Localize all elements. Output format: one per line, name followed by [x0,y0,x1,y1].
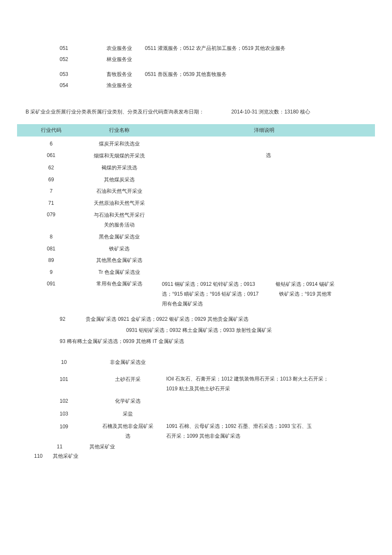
row-name: 煤炭开采和洗选业 [85,139,153,149]
header-name: 行业名称 [85,127,153,134]
freeform-line: 92 贵金属矿采选 0921 金矿采选；0922 银矿采选；0929 其他贵金属… [60,314,375,325]
row-desc: 1091 石棉、云母矿采选；1092 石墨、滑石采选；1093 宝石、玉 石开采… [162,421,375,441]
row-code: 061 [17,151,85,160]
row-name: 土砂石开采 [94,374,162,384]
row-name: 采盐 [94,409,162,419]
row-name: 黑色金属矿采选业 [85,232,153,242]
row-name: 化学矿采选 [94,396,162,406]
row-name: Tr 色金属矿采选业 [85,268,153,277]
last-row: 11 110 其他采矿业 其他采矿业 [34,442,375,461]
freeform-line: 0931 铝铝矿采选；0932 稀土金属矿采选；0933 放射性金属矿采 [60,325,375,336]
row-name: 常用有色金属矿采选 [85,279,153,289]
row-name: 渔业服务业 [94,80,145,91]
row-code: 71 [17,199,85,208]
row-code: 103 [17,409,94,419]
industry-table: 行业代码 行业名称 洋细说明 6 煤炭开采和洗选业 061 烟煤和无烟煤的开采洗… [17,124,375,347]
last-code-top: 11 [34,442,85,452]
row-desc: 0511 灌溉服务；0512 农产品初加工服务；0519 其他农业服务 [145,43,375,54]
row-code: 10 [17,357,94,367]
row-desc: 选 [153,151,375,160]
row-code: 7 [17,187,85,196]
row-code: 079 [17,210,85,220]
row-code: 102 [17,396,94,406]
row-name: 与石油和天然气开采行 关的服务活动 [85,210,153,230]
row-code: 091 [17,279,85,289]
row-code: 054 [60,80,94,91]
title-text: B 采矿业企业所展行业分类表所属行业类别、分类及行业代码查询表发布日期： [26,109,204,115]
row-code: 62 [17,163,85,173]
freeform-rows: 92 贵金属矿采选 0921 金矿采选；0922 银矿采选；0929 其他贵金属… [60,314,375,347]
row-code: 8 [17,232,85,242]
row-desc: 0911 铜矿采选；0912 铅锌矿采选；0913 银钴矿采选；0914 锡矿采… [153,279,375,308]
row-name: 其他煤炭采选 [85,175,153,185]
row-code: 69 [17,175,85,185]
row-name: 非金属矿采选业 [94,357,162,367]
row-code: 081 [17,244,85,254]
row-name: 林业服务业 [94,54,145,65]
table-row: 061 烟煤和无烟煤的开采洗 选 [17,150,375,162]
row-code: 051 [60,43,94,54]
row-code: 053 [60,69,94,80]
row-desc: IOil 石灰石、石膏开采；1012 建筑装饰用石开采；1013 耐火土石开采；… [162,374,375,394]
last-right: 其他采矿业 [89,442,115,461]
last-left: 11 110 其他采矿业 [34,442,85,461]
row-name: 畜牧股务业 [94,69,145,80]
table-row: 8 黑色金属矿采选业 [17,231,375,243]
table-header: 行业代码 行业名称 洋细说明 [17,124,375,137]
table-row: 62 褐煤的开采洗选 [17,162,375,174]
table-row: 051 农业服务业 0511 灌溉服务；0512 农产品初加工服务；0519 其… [60,43,375,54]
row-code: 9 [17,268,85,277]
table-row: 102 化学矿采选 [17,395,375,407]
row-name: 烟煤和无烟煤的开采洗 [85,151,153,161]
table-row: 9 Tr 色金属矿采选业 [17,267,375,279]
row-code: 89 [17,256,85,265]
row-code: 101 [17,374,94,384]
table-row: 89 其他黑色金属矿采选 [17,255,375,267]
table-row: 054 渔业服务业 [60,80,375,91]
row-code: 6 [17,139,85,149]
row-code: 109 [17,421,94,432]
title-date: 2014-10-31 浏览次数：13180 核心 [231,109,310,115]
bottom-table: 10 非金属矿采选业 101 土砂石开采 IOil 石灰石、石膏开采；1012 … [17,356,375,461]
row-name: 农业服务业 [94,43,145,54]
table-row: 091 常用有色金属矿采选 0911 铜矿采选；0912 铅锌矿采选；0913 … [17,278,375,310]
header-code: 行业代码 [17,127,85,134]
table-row: 109 石楠及其他非金屈矿采 选 1091 石棉、云母矿采选；1092 石墨、滑… [17,420,375,442]
table-row: 079 与石油和天然气开采行 关的服务活动 [17,209,375,231]
table-body: 6 煤炭开采和洗选业 061 烟煤和无烟煤的开采洗 选 62 褐煤的开采洗选 6… [17,138,375,310]
row-code: 052 [60,54,94,65]
table-row: 081 铁矿采选 [17,243,375,255]
row-name: 天然原油和天然气开采 [85,199,153,208]
table-row: 6 煤炭开采和洗选业 [17,138,375,150]
table-row: 052 林业服务业 [60,54,375,65]
row-name: 褐煤的开采洗选 [85,163,153,173]
top-services-table: 051 农业服务业 0511 灌溉服务；0512 农产品初加工服务；0519 其… [60,43,375,91]
table-row: 71 天然原油和天然气开采 [17,198,375,209]
freeform-line: 93 稀有稀土金属矿采选选；0939 其他稀 IT 金属矿采选 [60,336,375,347]
last-name: 其他采矿业 [89,442,115,452]
table-row: 103 采盐 [17,407,375,420]
row-desc: 0531 兽医服务；0539 其他畜牧服务 [145,69,375,80]
last-code-bottom: 110 其他采矿业 [34,452,85,461]
table-row: 69 其他煤炭采选 [17,174,375,186]
section-title: B 采矿业企业所展行业分类表所属行业类别、分类及行业代码查询表发布日期： 201… [26,108,375,116]
table-row: 053 畜牧股务业 0531 兽医服务；0539 其他畜牧服务 [60,69,375,80]
table-row: 10 非金属矿采选业 [17,356,375,369]
row-name: 其他黑色金属矿采选 [85,256,153,265]
row-name: 石油和天然气开采业 [85,187,153,196]
table-row: 101 土砂石开采 IOil 石灰石、石膏开采；1012 建筑装饰用石开采；10… [17,373,375,395]
row-name: 石楠及其他非金屈矿采 选 [94,421,162,441]
header-desc: 洋细说明 [153,127,375,134]
row-name: 铁矿采选 [85,244,153,254]
table-row: 7 石油和天然气开采业 [17,186,375,198]
